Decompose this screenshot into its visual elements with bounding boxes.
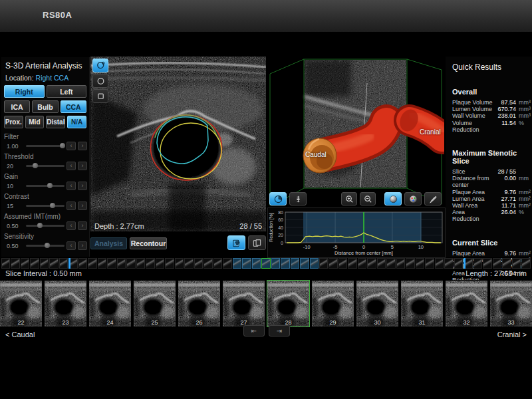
overview-slice-cell[interactable] bbox=[146, 258, 154, 269]
overview-slice-cell[interactable] bbox=[310, 258, 319, 269]
overview-slice-cell[interactable] bbox=[521, 258, 530, 269]
slice-thumbnail[interactable]: 23 bbox=[44, 280, 87, 327]
overview-slice-cell[interactable] bbox=[184, 258, 193, 269]
contour-tool-button[interactable] bbox=[92, 59, 108, 72]
overview-slice-cell[interactable] bbox=[59, 258, 68, 269]
orientation-view-button[interactable] bbox=[269, 192, 287, 205]
overview-slice-cell[interactable] bbox=[126, 258, 135, 269]
toggle-right[interactable]: Right bbox=[4, 85, 45, 98]
overview-slice-cell[interactable] bbox=[98, 258, 106, 269]
overview-slice-cell[interactable] bbox=[291, 258, 299, 269]
recontour-button[interactable]: Recontour bbox=[130, 237, 167, 249]
toggle-ica[interactable]: ICA bbox=[4, 100, 30, 113]
slider-thumb[interactable] bbox=[47, 183, 53, 188]
color-mode-button[interactable] bbox=[404, 192, 422, 205]
overview-slice-cell[interactable] bbox=[233, 258, 241, 269]
ultrasound-image[interactable] bbox=[90, 57, 266, 231]
zoom-in-button[interactable] bbox=[341, 192, 357, 205]
go-first-slice-button[interactable]: ⇤ bbox=[243, 325, 265, 336]
overview-range-marker[interactable] bbox=[464, 258, 466, 269]
slider-decrement-icon[interactable]: ‹ bbox=[66, 162, 76, 170]
toggle-distal[interactable]: Distal bbox=[46, 116, 65, 128]
vessel-3d-view[interactable]: Caudal Cranial bbox=[267, 57, 444, 207]
overview-slice-cell[interactable] bbox=[483, 258, 491, 269]
slider-track[interactable] bbox=[26, 245, 65, 247]
overview-slice-cell[interactable] bbox=[329, 258, 337, 269]
dual-view-toggle-button[interactable] bbox=[248, 235, 266, 250]
overview-slice-cell[interactable] bbox=[416, 258, 424, 269]
slice-thumbnail[interactable]: 24 bbox=[88, 280, 132, 327]
overview-slice-cell[interactable] bbox=[223, 258, 231, 269]
overview-slice-cell[interactable] bbox=[473, 258, 482, 269]
overview-slice-cell[interactable] bbox=[175, 258, 184, 269]
overview-slice-cell[interactable] bbox=[406, 258, 414, 269]
overview-slice-cell[interactable] bbox=[136, 258, 145, 269]
slice-position-button[interactable] bbox=[289, 192, 307, 205]
overview-slice-cell[interactable] bbox=[396, 258, 405, 269]
slider-increment-icon[interactable]: › bbox=[78, 142, 87, 150]
overview-slice-cell[interactable] bbox=[493, 258, 501, 269]
overview-slice-cell[interactable] bbox=[386, 258, 395, 269]
slice-thumbnail[interactable]: 22 bbox=[0, 280, 43, 327]
overview-slice-cell[interactable] bbox=[425, 258, 434, 269]
overview-slice-cell[interactable] bbox=[281, 258, 289, 269]
toggle-cca[interactable]: CCA bbox=[61, 100, 86, 113]
slider-thumb[interactable] bbox=[60, 143, 65, 148]
go-last-slice-button[interactable]: ⇥ bbox=[269, 325, 290, 336]
slice-thumbnail[interactable]: 31 bbox=[400, 280, 444, 327]
analysis-button[interactable]: Analysis bbox=[90, 237, 127, 249]
overview-slice-cell[interactable] bbox=[502, 258, 511, 269]
slider-increment-icon[interactable]: › bbox=[78, 201, 87, 210]
overview-slice-cell[interactable] bbox=[338, 258, 347, 269]
toggle-bulb[interactable]: Bulb bbox=[32, 100, 58, 113]
slider-thumb[interactable] bbox=[33, 163, 38, 168]
overview-slice-cell[interactable] bbox=[107, 258, 116, 269]
overview-slice-cell[interactable] bbox=[88, 258, 96, 269]
rect-tool-button[interactable] bbox=[92, 89, 108, 103]
overview-slice-cell[interactable] bbox=[11, 258, 19, 269]
toggle-prox-[interactable]: Prox. bbox=[4, 116, 23, 128]
slider-increment-icon[interactable]: › bbox=[78, 241, 87, 250]
slider-decrement-icon[interactable]: ‹ bbox=[66, 201, 76, 210]
slider-thumb[interactable] bbox=[50, 203, 55, 208]
slice-overview-strip[interactable] bbox=[1, 258, 531, 269]
overview-range-marker[interactable] bbox=[68, 258, 70, 269]
slider-thumb[interactable] bbox=[37, 223, 43, 228]
overview-slice-cell[interactable] bbox=[319, 258, 328, 269]
overview-slice-cell[interactable] bbox=[367, 258, 376, 269]
slice-thumbnail[interactable]: 28 bbox=[267, 280, 310, 327]
overview-slice-cell[interactable] bbox=[30, 258, 39, 269]
overview-slice-cell[interactable] bbox=[194, 258, 203, 269]
toggle-n-a[interactable]: N/A bbox=[67, 116, 86, 128]
overview-slice-cell[interactable] bbox=[348, 258, 356, 269]
slider-decrement-icon[interactable]: ‹ bbox=[66, 142, 76, 150]
slice-thumbnail[interactable]: 25 bbox=[133, 280, 176, 327]
overview-slice-cell[interactable] bbox=[203, 258, 212, 269]
overview-slice-cell[interactable] bbox=[21, 258, 29, 269]
overview-slice-cell[interactable] bbox=[117, 258, 126, 269]
slider-increment-icon[interactable]: › bbox=[78, 162, 87, 170]
overview-slice-cell[interactable] bbox=[435, 258, 444, 269]
slider-increment-icon[interactable]: › bbox=[78, 221, 87, 230]
slice-thumbnail[interactable]: 27 bbox=[222, 280, 265, 327]
overview-slice-cell[interactable] bbox=[1, 258, 10, 269]
slider-decrement-icon[interactable]: ‹ bbox=[66, 221, 76, 230]
slice-thumbnail[interactable]: 29 bbox=[311, 280, 354, 327]
overview-slice-cell[interactable] bbox=[242, 258, 251, 269]
edit-mode-button[interactable] bbox=[424, 192, 442, 205]
toggle-mid[interactable]: Mid bbox=[25, 116, 45, 128]
overview-slice-cell[interactable] bbox=[78, 258, 87, 269]
render-mode-button[interactable] bbox=[384, 192, 402, 205]
slice-thumbnail[interactable]: 26 bbox=[178, 280, 221, 327]
slice-thumbnail[interactable]: 33 bbox=[489, 280, 532, 327]
slider-decrement-icon[interactable]: ‹ bbox=[66, 241, 76, 250]
slider-track[interactable] bbox=[26, 205, 65, 207]
slider-track[interactable] bbox=[26, 225, 65, 227]
overview-slice-cell[interactable] bbox=[512, 258, 521, 269]
overview-slice-cell[interactable] bbox=[444, 258, 453, 269]
slice-thumbnail[interactable]: 30 bbox=[356, 280, 399, 327]
overview-slice-cell[interactable] bbox=[454, 258, 463, 269]
slider-thumb[interactable] bbox=[45, 243, 50, 248]
overview-slice-cell[interactable] bbox=[49, 258, 58, 269]
overview-slice-cell[interactable] bbox=[271, 258, 280, 269]
